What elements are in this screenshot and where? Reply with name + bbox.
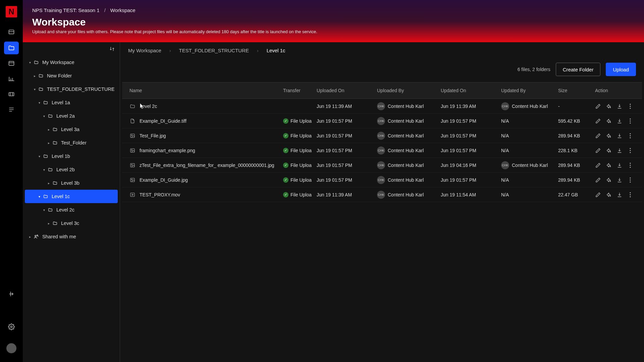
download-icon[interactable] bbox=[616, 147, 623, 154]
tree-toggle-icon[interactable]: ▾ bbox=[37, 101, 42, 105]
more-icon[interactable] bbox=[627, 147, 633, 154]
breadcrumb-section[interactable]: Workspace bbox=[110, 7, 136, 13]
file-size: 289.94 KB bbox=[558, 133, 595, 138]
more-icon[interactable] bbox=[627, 103, 633, 109]
edit-icon[interactable] bbox=[595, 162, 601, 168]
share-icon[interactable] bbox=[606, 192, 612, 198]
share-icon[interactable] bbox=[606, 147, 612, 154]
more-icon[interactable] bbox=[627, 192, 633, 198]
rail-settings-icon[interactable] bbox=[4, 320, 19, 333]
file-table: Name Transfer Uploaded On Uploaded By Up… bbox=[120, 82, 644, 362]
table-row[interactable]: Level 2c Jun 19 11:39 AM CHKContent Hub … bbox=[122, 99, 642, 114]
status-success-icon: ✓ bbox=[283, 133, 288, 138]
download-icon[interactable] bbox=[616, 177, 623, 183]
tree-toggle-icon[interactable]: ▸ bbox=[46, 222, 51, 225]
table-row[interactable]: Test_File.jpg ✓File Uploa Jun 19 01:57 P… bbox=[122, 128, 642, 143]
tree-node[interactable]: ▸ Shared with me bbox=[23, 230, 120, 243]
col-uploaded-on[interactable]: Uploaded On bbox=[317, 88, 377, 93]
tree-toggle-icon[interactable]: ▾ bbox=[42, 168, 46, 172]
col-transfer[interactable]: Transfer bbox=[283, 88, 317, 93]
tree-node[interactable]: ▸ Level 3c bbox=[23, 217, 120, 230]
col-name[interactable]: Name bbox=[122, 88, 283, 93]
edit-icon[interactable] bbox=[595, 192, 601, 198]
edit-icon[interactable] bbox=[595, 177, 601, 183]
tree-node[interactable]: ▸ Level 3a bbox=[23, 123, 120, 136]
share-icon[interactable] bbox=[606, 103, 612, 109]
rail-dashboard-icon[interactable] bbox=[4, 26, 19, 39]
tree-node[interactable]: ▾ Level 2b bbox=[23, 163, 120, 176]
more-icon[interactable] bbox=[627, 118, 633, 124]
upload-button[interactable]: Upload bbox=[606, 63, 636, 76]
rail-list-icon[interactable] bbox=[4, 103, 19, 116]
breadcrumb-project[interactable]: NPS Training TEST: Season 1 bbox=[32, 7, 100, 13]
more-icon[interactable] bbox=[627, 133, 633, 139]
user-name: Content Hub Karl bbox=[388, 177, 424, 183]
tree-node[interactable]: ▾ Level 1b bbox=[23, 149, 120, 163]
download-icon[interactable] bbox=[616, 192, 623, 198]
tree-node[interactable]: ▾ TEST_FOLDER_STRUCTURE bbox=[23, 82, 120, 96]
svg-point-11 bbox=[630, 122, 631, 123]
download-icon[interactable] bbox=[616, 162, 623, 168]
table-row[interactable]: framingchart_example.png ✓File Uploa Jun… bbox=[122, 143, 642, 158]
tree-toggle-icon[interactable]: ▾ bbox=[28, 61, 32, 64]
create-folder-button[interactable]: Create Folder bbox=[556, 63, 601, 76]
crumb-folder[interactable]: TEST_FOLDER_STRUCTURE bbox=[179, 48, 249, 53]
svg-point-33 bbox=[630, 192, 631, 193]
page-header: NPS Training TEST: Season 1 / Workspace … bbox=[23, 0, 644, 42]
share-icon[interactable] bbox=[606, 162, 612, 168]
tree-toggle-icon[interactable]: ▸ bbox=[32, 74, 37, 78]
updated-on: Jun 19 01:57 PM bbox=[441, 177, 501, 183]
tree-label: Shared with me bbox=[42, 234, 76, 239]
tree-node[interactable]: ▸ Test_Folder bbox=[23, 136, 120, 149]
download-icon[interactable] bbox=[616, 118, 623, 124]
col-size[interactable]: Size bbox=[558, 88, 595, 93]
tree-node[interactable]: ▾ Level 1a bbox=[23, 96, 120, 109]
more-icon[interactable] bbox=[627, 177, 633, 183]
edit-icon[interactable] bbox=[595, 118, 601, 124]
rail-timeline-icon[interactable] bbox=[4, 88, 19, 101]
transfer-status: File Uploa bbox=[290, 118, 312, 124]
download-icon[interactable] bbox=[616, 133, 623, 139]
updated-by-na: N/A bbox=[501, 133, 509, 138]
sort-tree-icon[interactable] bbox=[109, 46, 115, 52]
download-icon[interactable] bbox=[616, 103, 623, 109]
share-icon[interactable] bbox=[606, 133, 612, 139]
table-row[interactable]: Example_DI_Guide.tiff ✓File Uploa Jun 19… bbox=[122, 114, 642, 128]
tree-toggle-icon[interactable]: ▾ bbox=[42, 208, 46, 212]
tree-node[interactable]: ▾ My Workspace bbox=[23, 56, 120, 69]
col-updated-by[interactable]: Updated By bbox=[501, 88, 558, 93]
share-icon[interactable] bbox=[606, 177, 612, 183]
crumb-root[interactable]: My Workspace bbox=[128, 48, 161, 53]
share-icon[interactable] bbox=[606, 118, 612, 124]
folder-icon bbox=[34, 60, 40, 65]
table-row[interactable]: TEST_PROXY.mov ✓File Uploa Jun 19 11:39 … bbox=[122, 187, 642, 202]
edit-icon[interactable] bbox=[595, 103, 601, 109]
tree-node[interactable]: ▾ Level 2c bbox=[23, 203, 120, 217]
col-updated-on[interactable]: Updated On bbox=[441, 88, 501, 93]
more-icon[interactable] bbox=[627, 162, 633, 168]
tree-node[interactable]: ▸ New Folder bbox=[23, 69, 120, 82]
svg-point-31 bbox=[630, 181, 631, 182]
user-avatar[interactable] bbox=[6, 343, 16, 353]
table-row[interactable]: Example_DI_Guide.jpg ✓File Uploa Jun 19 … bbox=[122, 173, 642, 187]
tree-node[interactable]: ▸ Level 3b bbox=[23, 176, 120, 190]
rail-collapse-icon[interactable] bbox=[4, 288, 19, 300]
transfer-status: File Uploa bbox=[290, 177, 312, 183]
tree-toggle-icon[interactable]: ▾ bbox=[32, 87, 37, 91]
tree-toggle-icon[interactable]: ▸ bbox=[46, 128, 51, 131]
col-uploaded-by[interactable]: Uploaded By bbox=[377, 88, 441, 93]
tree-toggle-icon[interactable]: ▸ bbox=[46, 141, 51, 145]
tree-toggle-icon[interactable]: ▾ bbox=[37, 155, 42, 158]
tree-toggle-icon[interactable]: ▸ bbox=[46, 181, 51, 185]
tree-node[interactable]: ▾ Level 2a bbox=[23, 109, 120, 123]
rail-assets-icon[interactable] bbox=[4, 57, 19, 70]
rail-workspace-icon[interactable] bbox=[4, 42, 19, 54]
tree-toggle-icon[interactable]: ▾ bbox=[37, 195, 42, 198]
table-row[interactable]: zTest_File_extra_long_filename_for_ exam… bbox=[122, 158, 642, 173]
edit-icon[interactable] bbox=[595, 133, 601, 139]
tree-toggle-icon[interactable]: ▸ bbox=[28, 235, 32, 239]
tree-node[interactable]: ▾ Level 1c bbox=[25, 190, 118, 203]
edit-icon[interactable] bbox=[595, 147, 601, 154]
rail-reports-icon[interactable] bbox=[4, 72, 19, 85]
tree-toggle-icon[interactable]: ▾ bbox=[42, 114, 46, 118]
